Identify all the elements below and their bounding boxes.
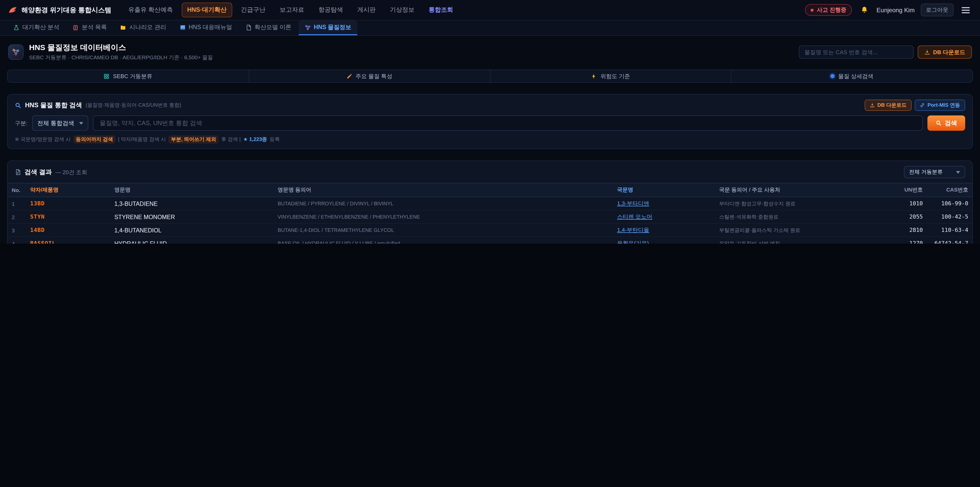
tab-label: 시나리오 관리 <box>129 24 166 31</box>
results-panel: 검색 결과 — 20건 조회 전체 거동분류 No. 약자/제품명 영문명 영문… <box>7 160 973 244</box>
tab-label: 분석 목록 <box>82 24 107 31</box>
col-header-no: No. <box>8 183 26 197</box>
tab-hns-response-manual[interactable]: HNS 대응매뉴얼 <box>173 21 238 35</box>
nav-item-hns-dispersion[interactable]: HNS·대기확산 <box>181 3 232 18</box>
category-select[interactable]: 전체 통합검색 <box>32 115 88 131</box>
bell-icon[interactable] <box>858 4 870 16</box>
col-header-un-number: UN번호 <box>886 183 927 197</box>
page-title: HNS 물질정보 데이터베이스 <box>29 43 213 53</box>
results-body: 1 13BD 1,3-BUTADIENE BUTADIENE / PYRROYL… <box>8 197 972 244</box>
nav-item-board[interactable]: 게시판 <box>352 3 381 18</box>
section-tab-detail-search[interactable]: 물질 상세검색 <box>732 70 973 82</box>
name-ko-link[interactable]: 윤활유(기유) <box>617 240 649 244</box>
col-header-abbr: 약자/제품명 <box>26 183 110 197</box>
molecule-icon <box>305 24 311 30</box>
un-number: 2810 <box>886 224 927 237</box>
tab-label: 확산모델 이론 <box>255 24 291 31</box>
tab-label: HNS 대응매뉴얼 <box>189 24 232 31</box>
synonyms-en: VINYLBENZENE / ETHENYLBENZENE / PHENYLET… <box>274 210 613 224</box>
link-icon <box>920 103 925 108</box>
synonyms-ko: 부틸렌글리콜·플라스틱 가소제 원료 <box>715 224 886 237</box>
incident-status-badge: 사고 진행중 <box>805 4 852 16</box>
row-number: 1 <box>8 197 26 210</box>
blue-dot-icon <box>830 74 835 78</box>
name-en: STYRENE MONOMER <box>110 210 274 224</box>
table-header-row: No. 약자/제품명 영문명 영문명 동의어 국문명 국문 동의어 / 주요 사… <box>8 183 972 197</box>
name-en: 1,4-BUTANEDIOL <box>110 224 274 237</box>
nav-item-integrated-lookup[interactable]: 통합조회 <box>423 3 459 18</box>
document-icon <box>15 169 21 175</box>
header-search-input[interactable] <box>799 45 914 59</box>
nav-item-aerial-search[interactable]: 항공탐색 <box>313 3 348 18</box>
results-table: No. 약자/제품명 영문명 영문명 동의어 국문명 국문 동의어 / 주요 사… <box>8 183 972 244</box>
menu-icon[interactable] <box>959 5 972 15</box>
un-number: 2055 <box>886 210 927 224</box>
hint-registered-count: ★ 1,223종 <box>243 136 267 143</box>
synonyms-ko: 부타디엔·합성고무·합성수지 원료 <box>715 197 886 210</box>
main-nav: 유출유 확산예측 HNS·대기확산 긴급구난 보고자료 항공탐색 게시판 기상정… <box>123 3 458 18</box>
section-tab-key-properties[interactable]: 주요 물질 특성 <box>249 70 490 82</box>
cas-number: 100-42-5 <box>927 210 972 224</box>
search-button[interactable]: 검색 <box>928 115 965 131</box>
abbr-code: STYN <box>30 214 45 220</box>
col-header-name-en: 영문명 <box>110 183 274 197</box>
synonyms-en: BUTADIENE / PYRROYLENE / DIVINYL / BIVIN… <box>274 197 613 210</box>
download-icon <box>924 49 930 55</box>
logo-text: 해양환경 위기대응 통합시스템 <box>21 5 111 14</box>
table-row: 2 STYN STYRENE MONOMER VINYLBENZENE / ET… <box>8 210 972 224</box>
table-row: 4 BASEOIL HYDRAULIC FLUID BASE OIL / HYD… <box>8 237 972 244</box>
col-header-synonyms-en: 영문명 동의어 <box>274 183 613 197</box>
abbr-code: BASEOIL <box>30 240 56 244</box>
tab-atmospheric-analysis[interactable]: 대기확산 분석 <box>7 21 65 35</box>
section-tabs: SEBC 거동분류 주요 물질 특성 위험도 기준 물질 상세검색 <box>7 69 973 83</box>
folder-icon <box>120 24 126 30</box>
tab-analysis-list[interactable]: 분석 목록 <box>66 21 113 35</box>
download-icon <box>870 103 875 108</box>
red-dot-icon <box>811 8 814 11</box>
flask-icon <box>13 24 19 30</box>
chevron-down-icon <box>956 171 960 173</box>
table-row: 3 14BD 1,4-BUTANEDIOL BUTANE-1,4-DIOL / … <box>8 224 972 237</box>
app-root: 해양환경 위기대응 통합시스템 유출유 확산예측 HNS·대기확산 긴급구난 보… <box>0 0 980 244</box>
tab-hns-substance-info[interactable]: HNS 물질정보 <box>299 21 358 35</box>
synonyms-ko: 유압유·기동장비·선박 엔진 <box>715 237 886 244</box>
un-number: 1270 <box>886 237 927 244</box>
behavior-filter-select[interactable]: 전체 거동분류 <box>904 166 965 178</box>
cas-number: 106-99-0 <box>927 197 972 210</box>
un-number: 1010 <box>886 197 927 210</box>
abbr-code: 14BD <box>30 227 45 233</box>
document-icon <box>245 24 251 30</box>
name-ko-link[interactable]: 1,3-부타디엔 <box>617 200 649 206</box>
portmis-link-button[interactable]: Port-MIS 연동 <box>915 100 965 111</box>
section-tab-sebc-classification[interactable]: SEBC 거동분류 <box>8 70 249 82</box>
pencil-icon <box>346 73 352 79</box>
results-count: — 20건 조회 <box>56 168 87 176</box>
tab-scenario-management[interactable]: 시나리오 관리 <box>114 21 172 35</box>
search-panel-note: (물질명·제품명·동의어·CAS/UN번호 통합) <box>86 102 181 109</box>
logo-icon <box>8 5 18 14</box>
row-number: 4 <box>8 237 26 244</box>
top-nav: 해양환경 위기대응 통합시스템 유출유 확산예측 HNS·대기확산 긴급구난 보… <box>0 0 980 21</box>
name-ko-link[interactable]: 1,4-부탄디올 <box>617 227 649 233</box>
logo[interactable]: 해양환경 위기대응 통합시스템 <box>8 5 111 14</box>
book-icon <box>180 24 186 30</box>
page-subtitle: SEBC 거동분류 · CHRIS/CAMEO DB · AEGL/ERPG/I… <box>29 54 213 61</box>
db-download-button-small[interactable]: DB 다운로드 <box>865 100 912 111</box>
nav-item-spill-prediction[interactable]: 유출유 확산예측 <box>123 3 178 18</box>
db-download-button[interactable]: DB 다운로드 <box>918 45 972 59</box>
logout-button[interactable]: 로그아웃 <box>921 3 953 16</box>
nav-item-weather[interactable]: 기상정보 <box>384 3 420 18</box>
cas-number: 64742-54-7 <box>927 237 972 244</box>
search-panel-title: HNS 물질 통합 검색 <box>25 101 82 110</box>
search-icon <box>15 102 21 109</box>
nav-item-reports[interactable]: 보고자료 <box>274 3 310 18</box>
name-ko-link[interactable]: 스티렌 모노머 <box>617 214 652 220</box>
clipboard-icon <box>73 24 79 30</box>
tab-label: HNS 물질정보 <box>314 24 352 31</box>
unified-search-input[interactable] <box>93 115 923 131</box>
grid-icon <box>104 73 110 79</box>
abbr-code: 13BD <box>30 200 45 207</box>
tab-dispersion-model-theory[interactable]: 확산모델 이론 <box>239 21 298 35</box>
section-tab-risk-criteria[interactable]: 위험도 기준 <box>490 70 732 82</box>
nav-item-emergency-rescue[interactable]: 긴급구난 <box>235 3 271 18</box>
